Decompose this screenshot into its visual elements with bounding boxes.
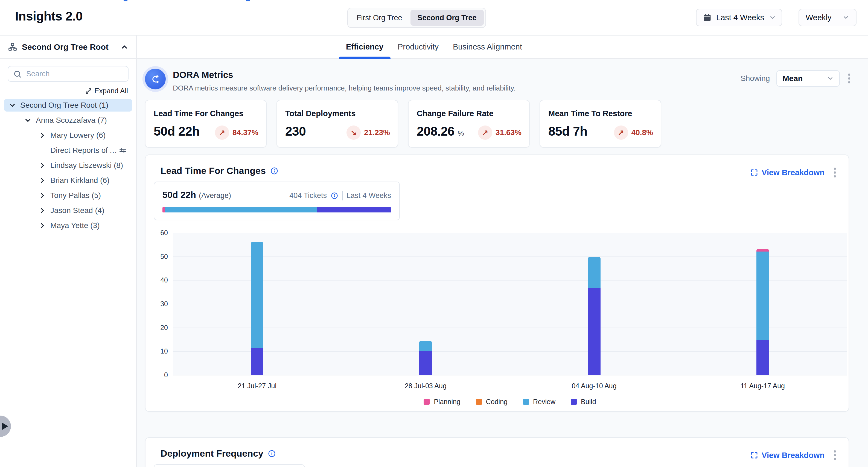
tree-item[interactable]: Direct Reports of A... (4, 144, 132, 157)
x-axis-category-label: 21 Jul-27 Jul (173, 382, 341, 390)
tree-item-label: Lindsay Liszewski (8) (50, 161, 132, 170)
dora-section-title: DORA Metrics (173, 70, 233, 80)
aggregation-select-value: Mean (782, 74, 824, 83)
bar-segment-build (419, 351, 432, 375)
distribution-segment-review (165, 207, 317, 213)
tree-item[interactable]: Brian Kirkland (6) (4, 174, 132, 187)
legend-item-review[interactable]: Review (523, 398, 555, 406)
toggle-second-org-tree[interactable]: Second Org Tree (410, 10, 484, 26)
lead-time-kebab-menu[interactable] (832, 166, 838, 179)
metric-value: 230 (285, 124, 306, 138)
legend-item-planning[interactable]: Planning (424, 398, 460, 406)
expand-all-icon (85, 88, 92, 95)
stacked-bar-04 Aug-10 Aug[interactable] (588, 257, 600, 375)
tree-item-label: Tony Pallas (5) (50, 191, 132, 200)
aggregation-select[interactable]: Mean (776, 70, 840, 87)
metric-card: Change Failure Rate208.26 %↗31.63% (408, 100, 530, 148)
chevron-down-icon[interactable] (24, 116, 32, 124)
showing-label: Showing (741, 74, 770, 83)
sidebar-root-title: Second Org Tree Root (22, 42, 116, 52)
chevron-down-icon (827, 75, 834, 82)
tab-productivity[interactable]: Productivity (391, 35, 446, 58)
trend-up-arrow-icon: ↗ (614, 125, 628, 140)
chevron-right-icon[interactable] (38, 131, 46, 139)
chevron-right-icon[interactable] (38, 207, 46, 215)
legend-item-build[interactable]: Build (571, 398, 596, 406)
trend-up-arrow-icon: ↗ (478, 125, 492, 140)
chevron-right-icon[interactable] (38, 161, 46, 169)
metric-delta-value: 31.63% (496, 128, 522, 137)
expand-corners-icon (750, 168, 758, 177)
legend-item-coding[interactable]: Coding (476, 398, 507, 406)
metric-label: Lead Time For Changes (154, 109, 243, 118)
bar-slot (679, 233, 847, 375)
legend-swatch (424, 399, 430, 405)
tree-item[interactable]: Anna Scozzafava (7) (4, 114, 132, 127)
tree-item-label: Direct Reports of A... (50, 146, 118, 155)
phase-distribution-bar (162, 207, 391, 213)
lead-time-chart-plot (173, 233, 847, 375)
expand-all-label: Expand All (94, 87, 128, 95)
legend-label: Review (533, 398, 555, 406)
org-tree: Second Org Tree Root (1)Anna Scozzafava … (0, 97, 136, 232)
legend-swatch (523, 399, 529, 405)
stacked-bar-28 Jul-03 Aug[interactable] (419, 341, 432, 375)
info-icon[interactable] (268, 449, 276, 458)
tree-item-label: Brian Kirkland (6) (50, 176, 132, 185)
tab-efficiency[interactable]: Efficiency (339, 35, 391, 58)
deployment-kebab-menu[interactable] (832, 449, 838, 462)
chevron-down-icon[interactable] (8, 101, 17, 110)
tree-item[interactable]: Lindsay Liszewski (8) (4, 159, 132, 172)
info-icon[interactable] (331, 192, 338, 199)
view-breakdown-button[interactable]: View Breakdown (750, 451, 825, 460)
metric-delta-value: 84.37% (232, 128, 258, 137)
bar-segment-review (251, 242, 264, 348)
dora-section-subtitle: DORA metrics measure software delivery p… (173, 84, 516, 92)
tickets-count: 404 Tickets (289, 191, 327, 200)
search-input[interactable] (8, 66, 128, 82)
chevron-right-icon[interactable] (38, 191, 46, 199)
search-icon (13, 70, 22, 79)
stacked-bar-11 Aug-17 Aug[interactable] (756, 249, 769, 375)
metric-value: 208.26 % (417, 124, 464, 138)
tree-item[interactable]: Maya Yette (3) (4, 219, 132, 232)
org-tree-toggle: First Org Tree Second Org Tree (347, 8, 486, 28)
bar-slot (173, 233, 341, 375)
expand-all-button[interactable]: Expand All (85, 87, 128, 95)
tree-item[interactable]: Jason Stead (4) (4, 204, 132, 217)
bar-slot (341, 233, 510, 375)
period-select[interactable]: Last 4 Weeks (696, 9, 782, 26)
main-tabs-bar: Efficiency Productivity Business Alignme… (137, 35, 868, 59)
tab-label: Efficiency (346, 42, 383, 52)
info-icon[interactable] (270, 167, 278, 175)
bar-segment-build (251, 348, 264, 375)
tree-item-label: Jason Stead (4) (50, 206, 132, 215)
stacked-bar-21 Jul-27 Jul[interactable] (251, 242, 264, 375)
deployment-summary (154, 464, 305, 467)
metric-label: Total Deployments (285, 109, 355, 118)
distribution-segment-planning (162, 207, 165, 213)
chevron-right-icon[interactable] (38, 221, 46, 230)
main-content: DORA Metrics DORA metrics measure softwa… (137, 59, 868, 467)
collapse-panel-chevron-up-icon[interactable] (120, 43, 128, 51)
granularity-select[interactable]: Weekly (799, 9, 857, 26)
view-breakdown-label: View Breakdown (762, 451, 825, 460)
tree-item-label: Mary Lowery (6) (50, 131, 132, 140)
sidebar-header: Second Org Tree Root (0, 35, 136, 59)
lead-time-average-suffix: (Average) (199, 191, 231, 200)
legend-swatch (476, 399, 482, 405)
tree-item[interactable]: Tony Pallas (5) (4, 189, 132, 202)
metric-label: Change Failure Rate (417, 109, 493, 118)
filter-sliders-icon[interactable] (118, 146, 127, 155)
tree-item[interactable]: Mary Lowery (6) (4, 129, 132, 142)
toggle-first-org-tree[interactable]: First Org Tree (349, 10, 409, 26)
view-breakdown-button[interactable]: View Breakdown (750, 168, 825, 177)
metric-delta: ↗31.63% (478, 125, 522, 140)
dora-kebab-menu[interactable] (846, 72, 852, 85)
tree-item-label: Anna Scozzafava (7) (36, 116, 132, 125)
page-title: Insights 2.0 (15, 9, 83, 24)
tree-item[interactable]: Second Org Tree Root (1) (4, 99, 132, 112)
dora-metric-cards: Lead Time For Changes50d 22h↗84.37%Total… (145, 100, 661, 148)
chevron-right-icon[interactable] (38, 176, 46, 185)
tab-business-alignment[interactable]: Business Alignment (446, 35, 529, 58)
